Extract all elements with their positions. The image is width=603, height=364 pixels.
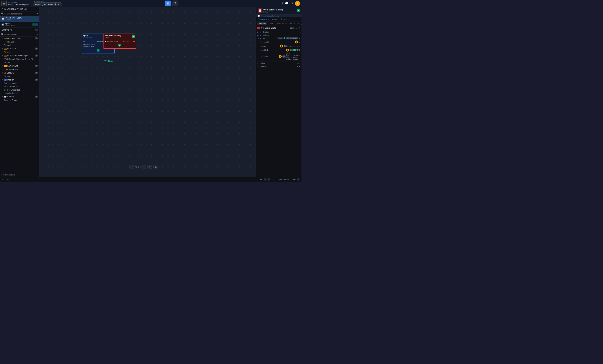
diagram-nav-button[interactable]: ⊞ [165, 0, 171, 6]
asset-group-route53-header[interactable]: ▼ aws AWS Route53 2 [0, 36, 39, 40]
group-count-coreos: 1 [35, 72, 38, 74]
asset-item-record[interactable]: Record [0, 44, 39, 47]
group-name-secrets: AWS SecretsManager [8, 55, 34, 57]
asset-group-s3-header[interactable]: ▼ aws AWS S3 1 [0, 47, 39, 50]
port-dot-userdata[interactable] [133, 41, 135, 42]
enabled-checkbox[interactable]: ✓ [293, 49, 296, 51]
zoom-fit-button[interactable]: ◎ [153, 165, 158, 170]
settings-icon[interactable]: ⚙ [290, 2, 293, 5]
asset-item-dockerimage[interactable]: Docker Image [0, 82, 39, 85]
subtab-qualifications[interactable]: Qualifications [275, 22, 288, 25]
asset-item-secretstring[interactable]: AWS SecretsManager Secret String [0, 57, 39, 61]
asset-item-hostedzone[interactable]: Hosted Zone [0, 40, 39, 44]
flask-nav-button[interactable]: ⚗ [172, 0, 178, 6]
workspace-name[interactable]: adam's dev workspace [8, 3, 29, 5]
name-fw[interactable]: fw [284, 45, 287, 47]
zoom-plus-button[interactable]: + [141, 165, 146, 170]
changeset-title: Exploring Properties [35, 3, 53, 5]
panel-add-button[interactable]: + [297, 9, 300, 12]
search-input[interactable] [4, 13, 35, 15]
subtab-code[interactable]: Code [268, 22, 274, 25]
divider [31, 1, 31, 6]
asset-group-coreos-header[interactable]: ▼ CoreOS 1 [0, 71, 39, 75]
system-initiative-label: System Initiative [0, 173, 39, 177]
units-radio[interactable] [284, 37, 285, 39]
outline-item-name-nginx: nginx [5, 23, 31, 25]
asset-group-ssm-header[interactable]: ▼ aws AWS SSM 1 [0, 64, 39, 68]
changeset-delete-icon[interactable]: 🗑 [58, 3, 60, 5]
discord-icon[interactable]: 💬 [285, 2, 289, 5]
tab-component[interactable]: Component ✓ [256, 17, 271, 21]
webserver-body: Container Image User Data ✓ [104, 39, 136, 48]
asset-item-bucket[interactable]: Bucket [0, 50, 39, 54]
assets-help-icon[interactable]: ? [35, 29, 38, 31]
version-type-icon: I [257, 66, 259, 67]
asset-item-ecrcred[interactable]: ECR Credential [0, 85, 39, 88]
topbar-center: ⊞ ⚗ [63, 0, 280, 6]
outline-item-text-nginx: nginx Docker Image [5, 23, 31, 27]
subtab-debug[interactable]: Debug [295, 22, 302, 25]
zoom-help-button[interactable]: ? [147, 165, 152, 170]
expand-systemd[interactable]: ▶ [257, 34, 259, 36]
asset-group-docker-header[interactable]: ▼ 🐳 Docker 4 [0, 78, 39, 82]
asset-item-hubcred[interactable]: Hub Credential [0, 91, 39, 95]
expand-units[interactable]: ▼ [257, 37, 259, 39]
expand-unit0[interactable]: ▼ [259, 41, 261, 43]
asset-item-ghcrcred[interactable]: GHCR Credential [0, 88, 39, 91]
asset-item-genericframe[interactable]: Generic Frame [0, 99, 39, 102]
asset-group-ssm: ▼ aws AWS SSM 1 SSM Parameter [0, 64, 39, 71]
component-dropdown-arrow[interactable]: ▼ [299, 27, 301, 29]
prop-label-name: name [261, 45, 279, 47]
port-dot-containerimage-in[interactable] [104, 41, 106, 42]
unit0-number: 1 [295, 41, 298, 44]
asset-group-secrets-header[interactable]: ▼ aws AWS SecretsManager 2 [0, 54, 39, 57]
component-selector-row: Web Server Config Compon... ▼ [256, 26, 302, 30]
group-name-ssm: AWS SSM [8, 65, 34, 67]
changeset-section: CHANGE SET: Exploring Properties 🔒 🗑 [33, 0, 61, 6]
tab-resource[interactable]: Resource [280, 17, 290, 21]
total-green: 2 [267, 178, 270, 181]
units-dropdown[interactable]: ▼ [299, 37, 301, 39]
port-label-containerimage-in: Container Image [106, 41, 118, 43]
panel-title-sub: Butane [263, 11, 296, 13]
canvas-area[interactable]: nginx Docker Image + Docker Hub Credenti… [39, 7, 256, 177]
unit0-fw[interactable]: fw [299, 41, 301, 43]
help-icon[interactable]: ? [281, 2, 283, 5]
panel-subtabs: Attributes Code Qualifications Diff + De… [256, 22, 302, 26]
subtab-attributes[interactable]: Attributes [257, 22, 267, 25]
contents-fw[interactable]: fw [282, 55, 286, 57]
enabled-fw[interactable]: fw [290, 49, 293, 51]
webserver-port-containerimage-in: Container Image User Data [104, 40, 135, 43]
topbar-right: ? 💬 ⚙ A [281, 1, 300, 6]
aws-badge: aws [4, 38, 8, 39]
diagram-outline-header: ☰ DIAGRAM OUTLINE 2 [0, 7, 39, 12]
filter-icon[interactable]: ▼ [36, 13, 38, 15]
prop-info-domain[interactable]: ℹ [300, 31, 301, 33]
asset-item-ssm-param[interactable]: SSM Parameter [0, 68, 39, 71]
changeset-name[interactable]: Exploring Properties 🔒 🗑 [33, 2, 61, 6]
tab-actions[interactable]: Actions [271, 17, 280, 21]
canvas-node-webserver[interactable]: Web Server Config Butane + Container Ima… [103, 34, 136, 49]
prop-row-contents: contents 4 fw [unit]DescriptionNginxAfte… [256, 52, 302, 61]
webserver-add-button[interactable]: + [132, 35, 135, 38]
expand-domain[interactable]: ▶ [257, 31, 259, 33]
color-swatch[interactable] [257, 27, 260, 29]
avatar[interactable]: A [295, 1, 300, 6]
port-dot-hubcred[interactable] [83, 41, 85, 42]
subtab-diff[interactable]: Diff [288, 22, 293, 25]
assets-list: ▼ aws AWS Route53 2 Hosted Zone Record ▼… [0, 36, 39, 173]
outline-item-webserverconfig[interactable]: ⬜ Web Server Config Butane ✓ ✓ [0, 16, 39, 22]
subtab-add[interactable]: + [294, 22, 295, 25]
units-count-badge: 1 item [277, 37, 283, 39]
assets-section: ASSETS 81 ? 🔍 ▼ ▼ aws AWS Route53 2 [0, 27, 39, 173]
clock-icon: 🕐 [258, 15, 260, 17]
component-icon-webserver: ⬜ [2, 17, 4, 20]
assets-filter-icon[interactable]: ▼ [36, 33, 38, 35]
asset-group-frames-header[interactable]: ▼ ⬜ Frames 1 [0, 95, 39, 99]
zoom-minus-button[interactable]: − [129, 165, 134, 170]
prop-label-variant: variant [260, 62, 296, 64]
asset-item-secret[interactable]: Secret [0, 61, 39, 64]
assets-search-input[interactable] [4, 33, 35, 35]
asset-item-butane[interactable]: Butane [0, 75, 39, 78]
outline-item-nginx[interactable]: ⬜ nginx Docker Image ✓ ✓ [0, 22, 39, 27]
